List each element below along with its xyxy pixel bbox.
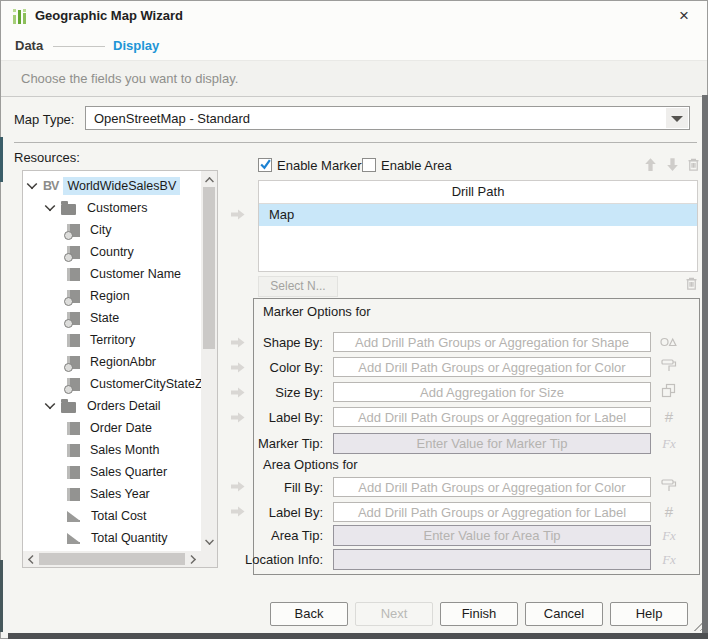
enable-area-checkbox[interactable] [362, 158, 376, 172]
dimension-field-icon [67, 466, 80, 479]
shape-by-label: Shape By: [263, 335, 323, 350]
tree-node-total-quantity[interactable]: Total Quantity [23, 527, 201, 549]
geo-field-icon [67, 312, 80, 325]
tree-content: BV WorldWideSalesBV Customers City Count… [23, 175, 201, 551]
subtitle-band: Choose the fields you want to display. [1, 60, 707, 97]
move-up-icon[interactable] [642, 156, 659, 173]
measure-field-icon [67, 510, 81, 522]
fx-icon: Fx [659, 433, 679, 453]
tree-node-region[interactable]: Region [23, 285, 201, 307]
marker-tip-label: Marker Tip: [258, 436, 323, 451]
app-background-edge [8, 633, 708, 639]
area-label-by-field[interactable] [333, 502, 651, 522]
tree-node-customers[interactable]: Customers [23, 197, 201, 219]
color-by-label: Color By: [270, 360, 323, 375]
move-right-arrow-icon[interactable] [230, 386, 246, 399]
dimension-field-icon [67, 268, 80, 281]
tree-node-total-cost[interactable]: Total Cost [23, 505, 201, 527]
folder-icon [61, 204, 76, 215]
drill-path-header: Drill Path [259, 181, 697, 204]
move-right-arrow-icon[interactable] [230, 208, 246, 221]
enable-marker-checkbox[interactable] [258, 158, 272, 172]
scroll-right-icon[interactable] [187, 555, 196, 564]
fill-by-field[interactable] [333, 477, 651, 497]
marker-options-title: Marker Options for [263, 304, 371, 319]
scroll-down-icon[interactable] [205, 536, 214, 545]
map-type-value: OpenStreetMap - Standard [94, 111, 250, 126]
scrollbar-corner [201, 551, 217, 567]
map-type-select[interactable]: OpenStreetMap - Standard [85, 106, 690, 130]
tree-node-sales-quarter[interactable]: Sales Quarter [23, 461, 201, 483]
back-button[interactable]: Back [270, 602, 348, 626]
geo-field-icon [67, 224, 80, 237]
tree-node-city[interactable]: City [23, 219, 201, 241]
step-data[interactable]: Data [15, 38, 43, 53]
marker-tip-field[interactable] [333, 433, 651, 454]
combo-arrow-icon[interactable] [666, 108, 688, 128]
select-names-button[interactable]: Select N... [258, 276, 338, 297]
scroll-left-icon[interactable] [28, 555, 37, 564]
dimension-field-icon [67, 422, 80, 435]
location-info-field[interactable] [333, 549, 651, 570]
close-icon[interactable]: × [673, 5, 695, 27]
tree-node-sales-year[interactable]: Sales Year [23, 483, 201, 505]
cancel-button[interactable]: Cancel [525, 602, 603, 626]
geographic-map-wizard-dialog: Geographic Map Wizard × Data Display Cho… [0, 0, 708, 639]
tree-node-worldwidesalesbv[interactable]: BV WorldWideSalesBV [23, 175, 201, 197]
move-right-arrow-icon[interactable] [230, 336, 246, 349]
help-button[interactable]: Help [610, 602, 688, 626]
move-right-arrow-icon[interactable] [230, 480, 246, 493]
move-right-arrow-icon[interactable] [230, 411, 246, 424]
step-display[interactable]: Display [113, 38, 159, 53]
chevron-down-icon[interactable] [45, 399, 56, 410]
move-right-arrow-icon[interactable] [230, 505, 246, 518]
fill-by-label: Fill By: [284, 480, 323, 495]
checkmark-icon [259, 158, 272, 171]
title-bar: Geographic Map Wizard × [1, 1, 707, 32]
chevron-down-icon[interactable] [45, 201, 56, 212]
color-roller-icon [659, 477, 679, 497]
bar-chart-icon [12, 9, 28, 24]
folder-icon [61, 402, 76, 413]
shape-icon [659, 332, 679, 352]
tree-node-territory[interactable]: Territory [23, 329, 201, 351]
tree-vertical-scrollbar[interactable] [201, 171, 217, 551]
move-right-arrow-icon[interactable] [230, 361, 246, 374]
tree-node-order-date[interactable]: Order Date [23, 417, 201, 439]
tree-node-country[interactable]: Country [23, 241, 201, 263]
area-options-title: Area Options for [263, 457, 358, 472]
hash-icon: # [659, 407, 679, 427]
tree-node-state[interactable]: State [23, 307, 201, 329]
vertical-scroll-thumb[interactable] [203, 187, 215, 349]
tree-node-regionabbr[interactable]: RegionAbbr [23, 351, 201, 373]
dimension-field-icon [67, 444, 80, 457]
map-type-label: Map Type: [14, 112, 74, 127]
resources-label: Resources: [14, 150, 80, 165]
tree-node-customer-name[interactable]: Customer Name [23, 263, 201, 285]
next-button: Next [355, 602, 433, 626]
scroll-up-icon[interactable] [205, 177, 214, 186]
area-tip-field[interactable] [333, 525, 651, 546]
shape-by-field[interactable] [333, 332, 651, 352]
move-down-icon[interactable] [664, 156, 681, 173]
geo-field-icon [67, 246, 80, 259]
color-roller-icon [659, 357, 679, 377]
fx-icon: Fx [659, 549, 679, 569]
fx-icon: Fx [659, 525, 679, 545]
horizontal-scroll-thumb[interactable] [39, 553, 185, 565]
dimension-field-icon [67, 488, 80, 501]
trash-icon[interactable] [686, 156, 701, 173]
drill-path-table: Drill Path Map [258, 180, 698, 272]
finish-button[interactable]: Finish [440, 602, 518, 626]
tree-node-customercitystatezip[interactable]: CustomerCityStateZip [23, 373, 201, 395]
tree-node-orders-detail[interactable]: Orders Detail [23, 395, 201, 417]
chevron-down-icon[interactable] [27, 179, 38, 190]
trash-icon[interactable] [684, 275, 699, 292]
drill-path-row-map[interactable]: Map [259, 204, 697, 226]
enable-area-label: Enable Area [381, 158, 452, 173]
marker-label-by-field[interactable] [333, 407, 651, 427]
size-by-field[interactable] [333, 382, 651, 402]
tree-horizontal-scrollbar[interactable] [23, 551, 201, 567]
tree-node-sales-month[interactable]: Sales Month [23, 439, 201, 461]
color-by-field[interactable] [333, 357, 651, 377]
